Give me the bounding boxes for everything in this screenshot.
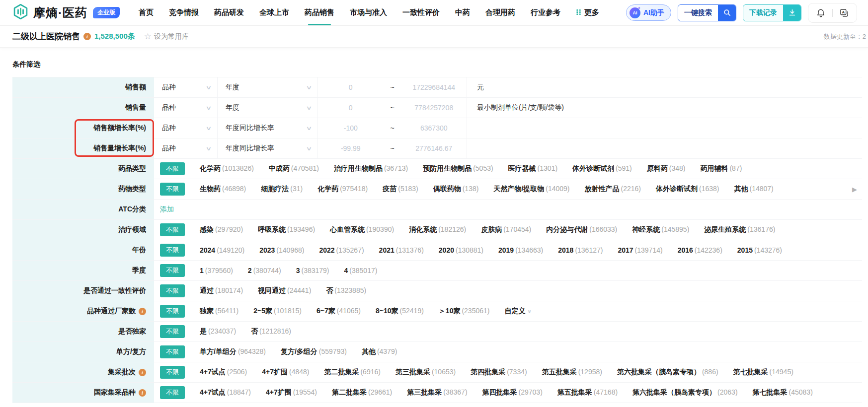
ai-assistant-button[interactable]: AI ✦ AI助手 xyxy=(626,4,671,21)
filter-option[interactable]: 2020(130881) xyxy=(439,246,483,254)
nav-item[interactable]: 药品研发 xyxy=(214,0,244,25)
filter-option[interactable]: 2(380744) xyxy=(248,267,281,274)
filter-option[interactable]: 其他(4379) xyxy=(362,347,397,356)
filter-option[interactable]: 内分泌与代谢(166033) xyxy=(546,225,617,234)
brand-logo[interactable]: 摩熵·医药 企业版 xyxy=(12,3,120,22)
nav-item[interactable]: 首页 xyxy=(139,0,154,25)
unlimited-button[interactable]: 不限 xyxy=(160,305,185,318)
min-input[interactable]: 0 xyxy=(318,104,384,112)
filter-option[interactable]: 预防用生物制品(5053) xyxy=(423,164,493,173)
filter-option[interactable]: 复方/多组分(559793) xyxy=(281,347,347,356)
filter-option[interactable]: 否(1212816) xyxy=(251,327,291,336)
max-input[interactable]: 7784257208 xyxy=(401,104,467,112)
filter-option[interactable]: 消化系统(182126) xyxy=(409,225,466,234)
filter-option[interactable]: 2017(139714) xyxy=(618,246,662,254)
filter-option[interactable]: 第五批集采(47168) xyxy=(557,388,618,397)
filter-option[interactable]: 4+7试点(18847) xyxy=(200,388,251,397)
quick-search-button[interactable]: 一键搜索 xyxy=(678,4,736,21)
info-icon[interactable]: i xyxy=(139,389,146,397)
nav-item[interactable]: 市场与准入 xyxy=(350,0,387,25)
search-icon[interactable] xyxy=(718,5,736,21)
filter-option[interactable]: 疫苗(5183) xyxy=(383,185,418,194)
unlimited-button[interactable]: 不限 xyxy=(160,183,185,196)
metric-select[interactable]: 年度∨ xyxy=(218,77,318,97)
filter-option[interactable]: 其他(14807) xyxy=(734,185,773,194)
filter-option[interactable]: 化学药(975418) xyxy=(317,185,368,194)
filter-option[interactable]: 生物药(46898) xyxy=(200,185,246,194)
filter-option[interactable]: 偶联药物(138) xyxy=(433,185,479,194)
star-icon[interactable]: ☆ xyxy=(144,31,152,42)
metric-select[interactable]: 年度同比增长率∨ xyxy=(218,138,318,158)
download-icon[interactable] xyxy=(783,5,801,21)
nav-item[interactable]: 药品销售 xyxy=(305,0,334,25)
filter-option[interactable]: 独家(56411) xyxy=(200,307,238,316)
filter-option[interactable]: 体外诊断试剂(591) xyxy=(572,164,632,173)
filter-option[interactable]: 单方/单组分(964328) xyxy=(200,347,266,356)
filter-option[interactable]: 化学药(1013826) xyxy=(200,164,254,173)
nav-item[interactable]: 合理用药 xyxy=(485,0,515,25)
metric-select[interactable]: 年度同比增长率∨ xyxy=(218,118,318,138)
filter-option[interactable]: 4(385017) xyxy=(344,267,378,274)
filter-option[interactable]: 4+7扩围(19554) xyxy=(266,388,317,397)
filter-option[interactable]: 呼吸系统(193496) xyxy=(258,225,315,234)
unlimited-button[interactable]: 不限 xyxy=(160,162,185,175)
filter-option[interactable]: 体外诊断试剂(1638) xyxy=(656,185,719,194)
filter-option[interactable]: 3(383179) xyxy=(296,267,329,274)
nav-item-more[interactable]: 更多 xyxy=(576,0,599,25)
filter-option[interactable]: 医疗器械(1301) xyxy=(508,164,557,173)
filter-option[interactable]: 第四批集采(7334) xyxy=(471,368,527,377)
unlimited-button[interactable]: 不限 xyxy=(160,284,185,297)
info-icon[interactable]: i xyxy=(139,369,146,376)
dimension-select[interactable]: 品种∨ xyxy=(154,118,218,138)
filter-option[interactable]: 是(234037) xyxy=(200,327,236,336)
unlimited-button[interactable]: 不限 xyxy=(160,223,185,236)
filter-option[interactable]: 天然产物/提取物(14009) xyxy=(493,185,569,194)
filter-option[interactable]: 第二批集采(29661) xyxy=(332,388,392,397)
min-input[interactable]: -99.99 xyxy=(318,144,384,152)
notification-bell-icon[interactable] xyxy=(816,8,826,18)
filter-option[interactable]: 神经系统(145895) xyxy=(632,225,689,234)
unlimited-button[interactable]: 不限 xyxy=(160,345,185,358)
info-icon[interactable]: i xyxy=(83,33,91,40)
filter-option[interactable]: 第四批集采(29703) xyxy=(482,388,543,397)
filter-option[interactable]: 8~10家(52419) xyxy=(376,307,424,316)
filter-option[interactable]: 2023(140968) xyxy=(259,246,304,254)
filter-option[interactable]: 2016(142236) xyxy=(678,246,722,254)
filter-option[interactable]: 第五批集采(12958) xyxy=(542,368,602,377)
filter-option[interactable]: 4+7扩围(4848) xyxy=(262,368,309,377)
filter-option[interactable]: 泌尿生殖系统(136176) xyxy=(704,225,775,234)
min-input[interactable]: 0 xyxy=(318,83,384,91)
filter-option[interactable]: 2024(149120) xyxy=(200,246,244,254)
filter-option[interactable]: ＞10家(235061) xyxy=(439,307,490,316)
unlimited-button[interactable]: 不限 xyxy=(160,244,185,257)
filter-option[interactable]: 第七批集采(45083) xyxy=(753,388,813,397)
filter-option[interactable]: 2018(136127) xyxy=(558,246,603,254)
metric-select[interactable]: 年度∨ xyxy=(218,98,318,118)
filter-option[interactable]: 4+7试点(2506) xyxy=(200,368,247,377)
set-favorite-button[interactable]: 设为常用库 xyxy=(154,32,189,41)
filter-option[interactable]: 细胞疗法(31) xyxy=(261,185,303,194)
add-atc-link[interactable]: 添加 xyxy=(160,205,174,214)
unlimited-button[interactable]: 不限 xyxy=(160,386,185,399)
max-input[interactable]: 17229684144 xyxy=(401,83,467,91)
filter-option[interactable]: 原料药(348) xyxy=(647,164,686,173)
filter-option[interactable]: 6~7家(41065) xyxy=(316,307,361,316)
filter-option[interactable]: 第七批集采(14945) xyxy=(733,368,793,377)
dimension-select[interactable]: 品种∨ xyxy=(154,98,218,118)
filter-option[interactable]: 感染(297920) xyxy=(200,225,243,234)
download-records-button[interactable]: 下载记录 xyxy=(743,4,801,21)
unlimited-button[interactable]: 不限 xyxy=(160,366,185,379)
filter-option[interactable]: 通过(180174) xyxy=(200,286,243,295)
filter-option[interactable]: 第六批集采（胰岛素专项）(886) xyxy=(617,368,718,377)
filter-option[interactable]: 2~5家(101815) xyxy=(253,307,302,316)
filter-option[interactable]: 放射性产品(2216) xyxy=(585,185,641,194)
filter-option[interactable]: 2015(143276) xyxy=(737,246,782,254)
unlimited-button[interactable]: 不限 xyxy=(160,264,185,277)
filter-option[interactable]: 2021(131376) xyxy=(379,246,424,254)
filter-option[interactable]: 皮肤病(170454) xyxy=(481,225,531,234)
filter-option[interactable]: 第二批集采(6916) xyxy=(324,368,380,377)
filter-option[interactable]: 1(379560) xyxy=(200,267,233,274)
nav-item[interactable]: 中药 xyxy=(455,0,470,25)
nav-item[interactable]: 行业参考 xyxy=(531,0,560,25)
min-input[interactable]: -100 xyxy=(318,124,384,132)
